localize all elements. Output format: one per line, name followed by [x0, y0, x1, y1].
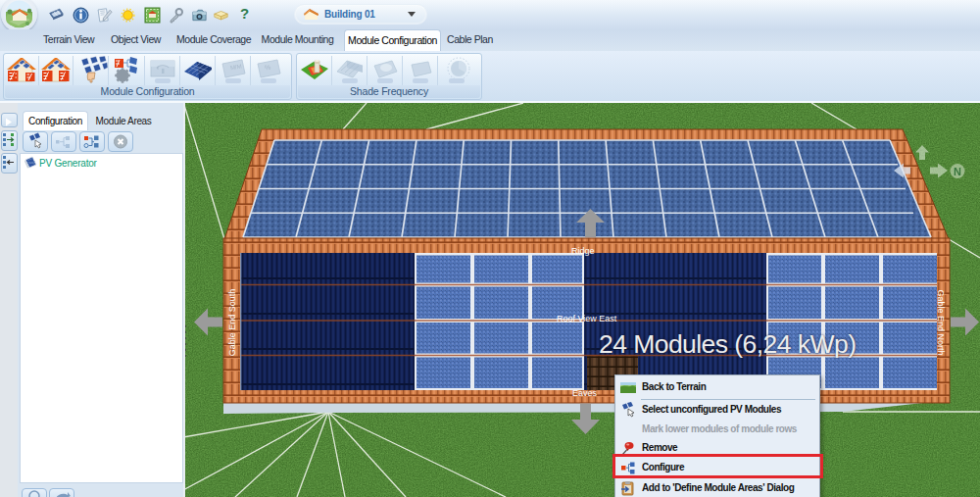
svg-text:%: %: [264, 63, 270, 71]
svg-text:N: N: [954, 166, 961, 177]
